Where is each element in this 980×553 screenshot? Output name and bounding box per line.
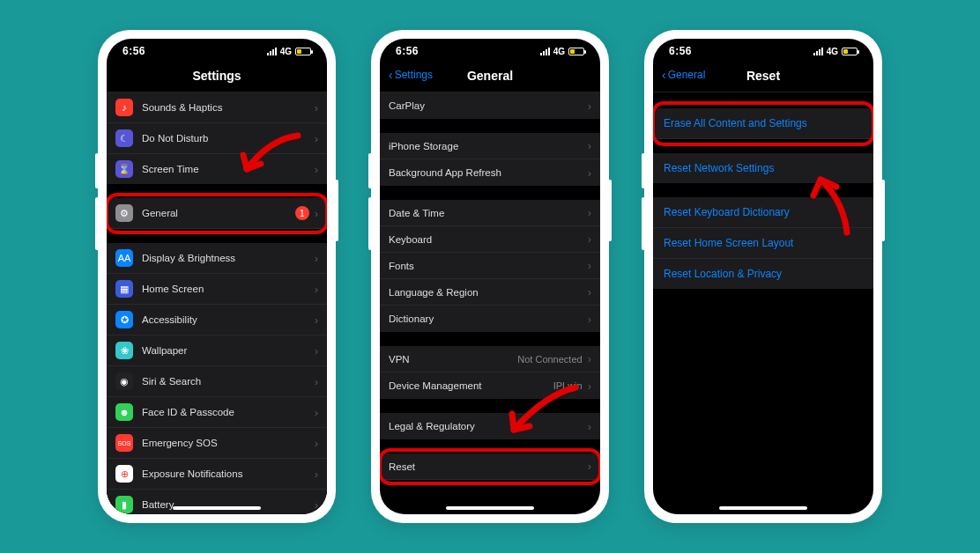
row-label: Dictionary xyxy=(389,313,588,324)
chevron-left-icon: ‹ xyxy=(389,69,393,81)
list-row[interactable]: ☾Do Not Disturb› xyxy=(107,123,327,154)
chevron-right-icon: › xyxy=(588,352,591,365)
list-row[interactable]: ✪Accessibility› xyxy=(107,305,327,335)
list-row[interactable]: CarPlay› xyxy=(380,92,600,119)
list-row[interactable]: Device ManagementIPLwin› xyxy=(380,372,600,399)
phone-settings: 6:56 4G Settings ♪Sounds & Haptics›☾Do N… xyxy=(98,30,336,523)
home-indicator xyxy=(173,506,261,510)
chevron-right-icon: › xyxy=(315,163,318,176)
list-row[interactable]: VPNNot Connected› xyxy=(380,346,600,372)
list-row[interactable]: SOSEmergency SOS› xyxy=(107,428,327,459)
list-row[interactable]: Language & Region› xyxy=(380,279,600,306)
back-button[interactable]: ‹ Settings xyxy=(389,69,433,81)
chevron-right-icon: › xyxy=(588,100,591,113)
chevron-right-icon: › xyxy=(588,232,591,246)
back-button[interactable]: ‹ General xyxy=(662,69,705,81)
list-row[interactable]: ◉Siri & Search› xyxy=(107,366,327,397)
chevron-right-icon: › xyxy=(588,420,591,433)
row-label: iPhone Storage xyxy=(389,141,588,151)
list-row[interactable]: Reset Home Screen Layout xyxy=(653,228,873,259)
row-label: Language & Region xyxy=(389,287,588,298)
network-label: 4G xyxy=(280,47,292,56)
list-row[interactable]: Background App Refresh› xyxy=(380,159,600,186)
status-time: 6:56 xyxy=(396,45,419,57)
home-indicator xyxy=(719,506,807,510)
battery-icon xyxy=(568,48,584,55)
list-row[interactable]: ☻Face ID & Passcode› xyxy=(107,397,327,428)
row-label: Siri & Search xyxy=(142,376,315,387)
row-icon: ♪ xyxy=(115,99,133,116)
row-icon: ☻ xyxy=(115,403,133,421)
network-label: 4G xyxy=(827,47,838,56)
list-row[interactable]: ❀Wallpaper› xyxy=(107,335,327,366)
list-row[interactable]: ▦Home Screen› xyxy=(107,274,327,305)
row-meta: Not Connected xyxy=(517,354,582,365)
back-label: General xyxy=(668,69,706,81)
chevron-right-icon: › xyxy=(315,252,318,265)
row-meta: IPLwin xyxy=(553,380,583,391)
chevron-right-icon: › xyxy=(315,375,318,388)
chevron-right-icon: › xyxy=(588,259,591,272)
nav-bar: Settings xyxy=(107,63,327,92)
row-label: VPN xyxy=(389,354,517,365)
chevron-right-icon: › xyxy=(315,132,318,145)
row-label: Erase All Content and Settings xyxy=(664,117,807,129)
row-label: Keyboard xyxy=(389,234,588,245)
row-label: Emergency SOS xyxy=(142,438,315,448)
chevron-right-icon: › xyxy=(588,166,591,180)
list-row[interactable]: ⊕Exposure Notifications› xyxy=(107,459,327,490)
row-general[interactable]: ⚙ General 1 › xyxy=(107,198,327,229)
status-bar: 6:56 4G xyxy=(107,39,327,63)
chevron-right-icon: › xyxy=(588,460,591,473)
chevron-right-icon: › xyxy=(315,207,318,220)
row-erase-all[interactable]: Erase All Content and Settings xyxy=(653,108,873,139)
chevron-right-icon: › xyxy=(315,283,318,296)
nav-bar: ‹ Settings General xyxy=(380,63,600,92)
phone-general: 6:56 4G ‹ Settings General CarPlay› iPho… xyxy=(371,30,609,523)
row-icon: ☾ xyxy=(115,129,133,147)
row-label: Accessibility xyxy=(142,314,315,325)
list-row[interactable]: AADisplay & Brightness› xyxy=(107,243,327,274)
row-label: Face ID & Passcode xyxy=(142,407,315,417)
row-label: Device Management xyxy=(389,380,553,391)
row-label: Exposure Notifications xyxy=(142,468,315,479)
list-row[interactable]: ▮Battery› xyxy=(107,490,327,514)
phone-reset: 6:56 4G ‹ General Reset Erase All Conten… xyxy=(644,30,882,523)
list-row[interactable]: ♪Sounds & Haptics› xyxy=(107,92,327,123)
list-row[interactable]: Keyboard› xyxy=(380,226,600,253)
row-label: Wallpaper xyxy=(142,345,315,356)
network-label: 4G xyxy=(553,47,565,56)
row-label: Background App Refresh xyxy=(389,167,588,178)
row-label: Reset xyxy=(389,461,588,472)
chevron-right-icon: › xyxy=(588,139,591,152)
row-icon: ▮ xyxy=(115,496,133,513)
list-row[interactable]: Reset Location & Privacy xyxy=(653,259,873,289)
gear-icon: ⚙ xyxy=(115,204,133,222)
chevron-right-icon: › xyxy=(315,498,318,512)
list-row[interactable]: ⌛Screen Time› xyxy=(107,154,327,184)
chevron-right-icon: › xyxy=(315,468,318,481)
list-row[interactable]: iPhone Storage› xyxy=(380,133,600,159)
row-icon: ⊕ xyxy=(115,465,133,483)
row-icon: ◉ xyxy=(115,372,133,390)
list-row[interactable]: Reset Keyboard Dictionary xyxy=(653,197,873,228)
list-row[interactable]: Date & Time› xyxy=(380,200,600,226)
list-row[interactable]: Reset Network Settings xyxy=(653,153,873,183)
list-row[interactable]: Legal & Regulatory› xyxy=(380,413,600,439)
list-row[interactable]: Fonts› xyxy=(380,253,600,279)
page-title: Settings xyxy=(115,69,318,83)
list-row[interactable]: Dictionary› xyxy=(380,306,600,332)
chevron-right-icon: › xyxy=(588,313,591,326)
row-icon: ⌛ xyxy=(115,160,133,178)
row-label: Reset Location & Privacy xyxy=(664,268,782,280)
row-label: Legal & Regulatory xyxy=(389,421,588,431)
badge: 1 xyxy=(295,206,309,220)
row-reset[interactable]: Reset › xyxy=(380,453,600,480)
row-icon: SOS xyxy=(115,434,133,452)
row-icon: ▦ xyxy=(115,280,133,298)
status-time: 6:56 xyxy=(122,45,145,57)
row-label: Sounds & Haptics xyxy=(142,102,315,113)
chevron-left-icon: ‹ xyxy=(662,69,666,81)
chevron-right-icon: › xyxy=(315,437,318,450)
row-label: Home Screen xyxy=(142,284,315,294)
